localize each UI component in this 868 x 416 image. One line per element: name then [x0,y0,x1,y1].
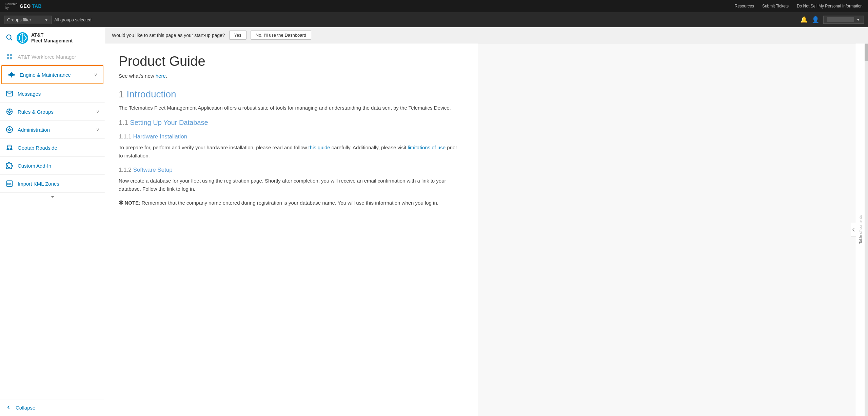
this-guide-link[interactable]: this guide [308,145,330,150]
notifications-bell-icon[interactable]: 🔔 [800,16,808,23]
sidebar-item-engine-maintenance[interactable]: Engine & Maintenance ∨ [1,65,103,84]
note-asterisk: ✱ [119,200,124,206]
section-11-num: 1.1 [119,119,130,126]
sidebar-item-administration[interactable]: Administration ∨ [0,121,105,139]
geotab-roadside-icon [5,144,14,152]
note-body: : Remember that the company name entered… [139,200,438,206]
engine-maintenance-label: Engine & Maintenance [20,72,90,78]
groups-bar: Groups filter ▼ All groups selected 🔔 👤 … [0,12,868,27]
svg-text:GEO: GEO [20,3,31,9]
svg-point-19 [8,111,11,113]
section-1-body: The Telematics Fleet Management Applicat… [119,104,461,112]
att-logo-icon [16,32,28,44]
svg-rect-9 [7,54,9,56]
svg-rect-12 [10,57,12,59]
rules-groups-label: Rules & Groups [18,109,92,115]
groups-selected-text: All groups selected [54,17,797,22]
svg-rect-13 [8,74,10,76]
svg-rect-11 [7,57,9,59]
logo-area: Powered by GEO TAB [5,2,54,10]
main-layout: AT&T Fleet Management AT&T Workforce Man… [0,27,868,416]
svg-rect-16 [11,72,12,73]
svg-point-25 [8,129,11,131]
doc-here-link[interactable]: here [156,73,166,79]
section-112-heading: 1.1.2 Software Setup [119,167,461,173]
doc-content: Product Guide See what's new here. 1 Int… [105,43,478,416]
messages-icon [5,90,14,98]
sidebar-nav-scroll: AT&T Workforce Manager Engine & Maintena… [0,49,105,399]
section-111-body-prefix: To prepare for, perform and verify your … [119,145,308,150]
content-collapse-arrow[interactable] [851,223,856,237]
doc-subtitle-suffix: . [166,73,167,79]
note-paragraph: ✱ NOTE: Remember that the company name e… [119,198,461,207]
collapse-label: Collapse [16,405,35,411]
sidebar-item-rules-groups[interactable]: Rules & Groups ∨ [0,103,105,121]
rules-groups-icon [5,108,14,116]
sidebar-header: AT&T Fleet Management [0,27,105,49]
user-profile-icon[interactable]: 👤 [812,16,819,23]
att-workforce-icon [5,53,14,61]
import-kml-label: Import KML Zones [18,181,99,187]
org-logo-container: AT&T Fleet Management [16,32,73,44]
geotab-roadside-label: Geotab Roadside [18,145,99,151]
section-112-title: Software Setup [133,167,173,173]
toc-tab[interactable]: Table of contents [857,213,864,246]
sidebar-item-att-workforce[interactable]: AT&T Workforce Manager [0,49,105,64]
top-bar-links: Resources Submit Tickets Do Not Sell My … [735,4,863,8]
svg-rect-15 [13,74,15,76]
svg-text:TAB: TAB [32,3,42,9]
search-icon[interactable] [5,34,13,43]
org-name-container: AT&T Fleet Management [31,32,73,44]
section-111-body: To prepare for, perform and verify your … [119,144,461,160]
sidebar-collapse-button[interactable]: Collapse [0,399,105,416]
sidebar-item-messages[interactable]: Messages [0,85,105,103]
svg-rect-14 [10,73,13,76]
sidebar: AT&T Fleet Management AT&T Workforce Man… [0,27,105,416]
content-scroll-wrapper: Product Guide See what's new here. 1 Int… [105,43,868,416]
scroll-down-indicator[interactable] [0,193,105,201]
administration-icon [5,126,14,134]
toc-tab-container: Table of contents [856,43,865,416]
section-112-num: 1.1.2 [119,167,133,173]
note-label: NOTE [124,200,139,206]
doc-title: Product Guide [119,54,461,69]
svg-line-3 [11,39,12,40]
svg-rect-10 [10,54,12,56]
groups-filter-button[interactable]: Groups filter ▼ [4,16,52,24]
groups-filter-label: Groups filter [7,17,31,22]
sidebar-item-geotab-roadside[interactable]: Geotab Roadside [0,139,105,157]
import-kml-icon: KML [5,179,14,188]
content-area: Would you like to set this page as your … [105,27,868,416]
section-111-title: Hardware Installation [133,133,188,140]
doc-subtitle-prefix: See what's new [119,73,156,79]
user-dropdown-arrow-icon: ▼ [856,17,860,22]
section-11-heading: 1.1 Setting Up Your Database [119,119,461,127]
svg-rect-17 [11,76,12,78]
startup-yes-button[interactable]: Yes [229,31,246,40]
section-111-body-mid: carefully. Additionally, please visit [330,145,408,150]
user-dropdown[interactable]: ▼ [823,16,864,24]
sidebar-item-import-kml[interactable]: KML Import KML Zones [0,175,105,193]
startup-no-button[interactable]: No, I'll use the Dashboard [251,31,311,40]
groups-filter-arrow-icon: ▼ [44,17,48,22]
user-name [827,17,854,22]
svg-text:KML: KML [7,183,12,185]
powered-by-text: Powered by [5,2,18,10]
do-not-sell-link[interactable]: Do Not Sell My Personal Information [797,4,863,8]
doc-subtitle: See what's new here. [119,73,461,79]
org-name: AT&T [31,32,73,38]
limitations-link[interactable]: limitations of use [408,145,446,150]
resources-link[interactable]: Resources [735,4,754,8]
geotab-logo: GEO TAB [20,2,54,10]
groups-bar-right: 🔔 👤 ▼ [800,16,864,24]
submit-tickets-link[interactable]: Submit Tickets [762,4,789,8]
rules-groups-expand-icon: ∨ [96,109,99,114]
org-subtitle: Fleet Management [31,38,73,44]
section-1-num: 1 [119,89,126,99]
svg-point-2 [7,35,11,39]
custom-addin-label: Custom Add-In [18,163,99,169]
collapse-icon [5,404,12,411]
sidebar-item-custom-addin[interactable]: Custom Add-In [0,157,105,175]
startup-banner: Would you like to set this page as your … [105,27,868,43]
doc-scroll-area[interactable]: Product Guide See what's new here. 1 Int… [105,43,856,416]
